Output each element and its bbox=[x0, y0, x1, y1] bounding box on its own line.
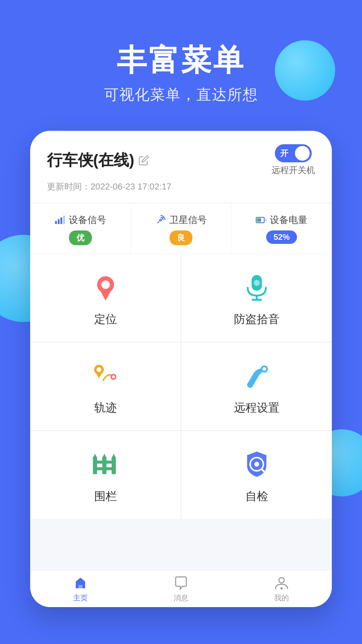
home-icon bbox=[72, 575, 88, 591]
signal-device-badge: 优 bbox=[69, 230, 92, 245]
nav-label-mine: 我的 bbox=[274, 593, 289, 603]
svg-line-5 bbox=[158, 221, 159, 223]
svg-point-20 bbox=[112, 375, 115, 378]
device-name: 行车侠(在线) bbox=[47, 150, 149, 171]
svg-marker-28 bbox=[112, 454, 116, 459]
svg-rect-3 bbox=[63, 216, 65, 224]
svg-point-33 bbox=[254, 462, 259, 467]
inspect-icon bbox=[242, 449, 272, 481]
signal-device-icon-row: 设备信号 bbox=[55, 214, 106, 226]
svg-rect-30 bbox=[93, 467, 116, 470]
fence-icon bbox=[90, 449, 121, 481]
signal-device-item: 设备信号 优 bbox=[30, 204, 131, 253]
menu-label-mic: 防盗拾音 bbox=[234, 312, 280, 327]
header: 丰富菜单 可视化菜单，直达所想 bbox=[0, 0, 362, 105]
toggle-switch[interactable]: 开 bbox=[275, 144, 312, 162]
edit-icon[interactable] bbox=[138, 155, 149, 166]
svg-rect-0 bbox=[55, 221, 57, 224]
svg-rect-1 bbox=[58, 219, 59, 224]
signal-satellite-icon-row: 卫星信号 bbox=[155, 214, 207, 226]
battery-icon bbox=[256, 215, 266, 225]
mic-icon bbox=[242, 272, 272, 304]
nav-label-message: 消息 bbox=[174, 593, 188, 603]
svg-rect-2 bbox=[60, 217, 62, 224]
toggle-group: 开 远程开关机 bbox=[272, 144, 315, 176]
svg-marker-27 bbox=[102, 454, 107, 459]
nav-item-home[interactable]: 主页 bbox=[30, 571, 131, 607]
menu-item-fence[interactable]: 围栏 bbox=[30, 431, 181, 519]
bottom-nav: 主页 消息 我的 bbox=[30, 570, 332, 607]
menu-label-inspect: 自检 bbox=[245, 489, 268, 504]
menu-item-inspect[interactable]: 自检 bbox=[181, 431, 332, 519]
svg-rect-29 bbox=[93, 461, 116, 464]
signal-battery-badge: 52% bbox=[266, 230, 297, 244]
signal-battery-item: 设备电量 52% bbox=[232, 204, 332, 253]
svg-rect-34 bbox=[78, 585, 82, 588]
menu-label-location: 定位 bbox=[94, 312, 117, 327]
svg-point-10 bbox=[101, 280, 110, 289]
menu-label-settings: 远程设置 bbox=[234, 400, 280, 416]
satellite-icon bbox=[155, 215, 166, 225]
device-title-row: 行车侠(在线) 开 远程开关机 bbox=[47, 144, 315, 176]
content-scroll: 行车侠(在线) 开 远程开关机 更新时间：2022-06-23 17:02:17 bbox=[30, 131, 332, 570]
nav-label-home: 主页 bbox=[73, 593, 88, 603]
svg-rect-25 bbox=[112, 457, 116, 474]
toggle-circle bbox=[295, 146, 310, 161]
svg-rect-8 bbox=[257, 218, 261, 222]
signal-satellite-item: 卫星信号 良 bbox=[131, 204, 231, 253]
menu-item-track[interactable]: 轨迹 bbox=[30, 342, 181, 430]
signal-row: 设备信号 优 卫星信号 良 bbox=[30, 204, 332, 253]
toggle-on-label: 开 bbox=[280, 148, 288, 159]
menu-item-settings[interactable]: 远程设置 bbox=[181, 342, 332, 430]
device-header: 行车侠(在线) 开 远程开关机 更新时间：2022-06-23 17:02:17 bbox=[30, 131, 332, 203]
menu-label-fence: 围栏 bbox=[94, 489, 117, 504]
svg-marker-18 bbox=[95, 372, 103, 378]
nav-item-message[interactable]: 消息 bbox=[131, 571, 231, 607]
page-subtitle: 可视化菜单，直达所想 bbox=[0, 85, 362, 105]
svg-point-4 bbox=[160, 219, 161, 221]
signal-satellite-badge: 良 bbox=[170, 230, 192, 245]
page-title: 丰富菜单 bbox=[0, 44, 362, 77]
user-icon bbox=[274, 575, 290, 591]
menu-grid: 定位 防盗拾音 bbox=[30, 254, 332, 519]
signal-battery-icon-row: 设备电量 bbox=[256, 214, 307, 226]
menu-item-location[interactable]: 定位 bbox=[30, 254, 181, 342]
menu-item-mic[interactable]: 防盗拾音 bbox=[181, 254, 332, 342]
svg-marker-11 bbox=[100, 289, 112, 301]
svg-point-35 bbox=[279, 578, 284, 583]
message-icon bbox=[173, 575, 189, 591]
svg-rect-24 bbox=[102, 457, 107, 474]
remote-toggle-label: 远程开关机 bbox=[272, 164, 315, 176]
svg-point-22 bbox=[262, 367, 266, 371]
phone-card: 行车侠(在线) 开 远程开关机 更新时间：2022-06-23 17:02:17 bbox=[30, 131, 332, 607]
svg-point-17 bbox=[97, 367, 101, 372]
update-time: 更新时间：2022-06-23 17:02:17 bbox=[47, 181, 315, 193]
svg-marker-26 bbox=[93, 454, 97, 459]
signal-bars-icon bbox=[55, 215, 65, 225]
menu-label-track: 轨迹 bbox=[94, 400, 117, 416]
nav-item-mine[interactable]: 我的 bbox=[231, 571, 332, 607]
settings-icon bbox=[242, 361, 272, 392]
location-icon bbox=[90, 272, 121, 304]
svg-rect-23 bbox=[93, 457, 97, 474]
svg-point-15 bbox=[254, 280, 260, 286]
track-icon bbox=[90, 361, 121, 392]
